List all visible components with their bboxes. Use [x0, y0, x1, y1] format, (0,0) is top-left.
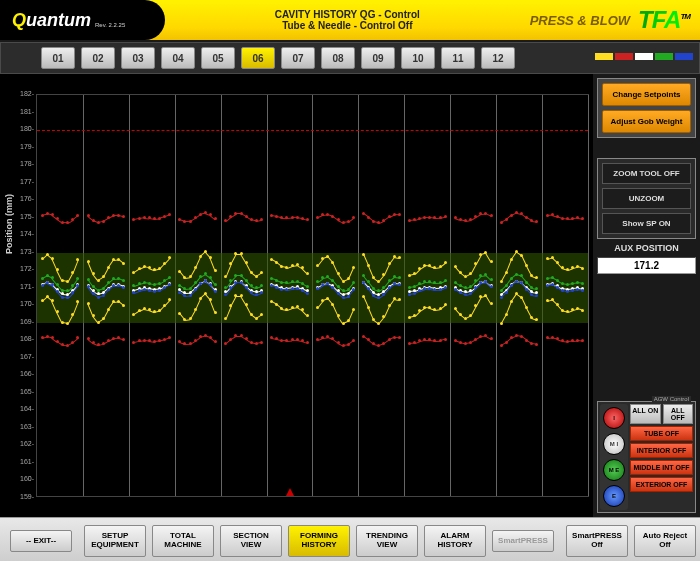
aux-position-value: 171.2 — [597, 257, 696, 274]
data-segment — [532, 221, 537, 223]
legend-swatch — [595, 53, 613, 60]
y-tick: 173- — [8, 248, 34, 255]
trending-view-button[interactable]: TRENDING VIEW — [356, 525, 418, 557]
plot-canvas[interactable] — [36, 94, 589, 497]
y-tick: 162- — [8, 440, 34, 447]
bottom-nav-bar: -- EXIT-- SETUP EQUIPMENT TOTAL MACHINE … — [0, 517, 700, 561]
smartpress-button[interactable]: SmartPRESS — [492, 530, 554, 553]
header-mode: PRESS & BLOW — [530, 13, 630, 28]
y-tick: 176- — [8, 195, 34, 202]
setpoint-line — [37, 130, 588, 131]
unzoom-button[interactable]: UNZOOM — [602, 188, 691, 209]
auto-reject-off-button[interactable]: Auto Reject Off — [634, 525, 696, 557]
y-tick: 179- — [8, 143, 34, 150]
cavity-tab-07[interactable]: 07 — [281, 47, 315, 69]
cavity-tab-12[interactable]: 12 — [481, 47, 515, 69]
agw-control-panel: AGW Control I M I M E E ALL ON ALL OFF T… — [597, 401, 696, 513]
total-machine-button[interactable]: TOTAL MACHINE — [152, 525, 214, 557]
exit-button[interactable]: -- EXIT-- — [10, 530, 72, 553]
header-title-line2: Tube & Needle - Control Off — [165, 20, 530, 31]
cavity-tab-02[interactable]: 02 — [81, 47, 115, 69]
agw-all-off-button[interactable]: ALL OFF — [663, 404, 694, 424]
y-tick: 161- — [8, 458, 34, 465]
led-me[interactable]: M E — [603, 459, 625, 481]
led-e[interactable]: E — [603, 485, 625, 507]
data-segment — [568, 218, 573, 220]
y-tick: 175- — [8, 213, 34, 220]
legend-swatch — [635, 53, 653, 60]
y-tick: 170- — [8, 300, 34, 307]
agw-label: AGW Control — [652, 396, 691, 402]
brand-tfa: TFATM — [638, 6, 690, 34]
logo-text: Quantum — [12, 10, 91, 31]
y-tick: 181- — [8, 108, 34, 115]
side-panel: Change Setpoints Adjust Gob Weight ZOOM … — [593, 74, 700, 517]
legend-swatches — [595, 53, 693, 60]
show-sp-button[interactable]: Show SP ON — [602, 213, 691, 234]
y-axis: 159-160-161-162-163-164-165-166-167-168-… — [0, 94, 36, 497]
aux-position-label: AUX POSITION — [597, 243, 696, 253]
legend-swatch — [675, 53, 693, 60]
cavity-tab-05[interactable]: 05 — [201, 47, 235, 69]
cavity-tab-08[interactable]: 08 — [321, 47, 355, 69]
cavity-tab-06[interactable]: 06 — [241, 47, 275, 69]
section-view-button[interactable]: SECTION VIEW — [220, 525, 282, 557]
agw-exterior-off-button[interactable]: EXTERIOR OFF — [630, 477, 693, 492]
setup-equipment-button[interactable]: SETUP EQUIPMENT — [84, 525, 146, 557]
y-tick: 164- — [8, 405, 34, 412]
legend-swatch — [655, 53, 673, 60]
change-setpoints-button[interactable]: Change Setpoints — [602, 83, 691, 106]
y-tick: 167- — [8, 353, 34, 360]
y-tick: 178- — [8, 160, 34, 167]
setpoint-box: Change Setpoints Adjust Gob Weight — [597, 78, 696, 138]
forming-history-button[interactable]: FORMING HISTORY — [288, 525, 350, 557]
cavity-tab-01[interactable]: 01 — [41, 47, 75, 69]
cavity-tab-10[interactable]: 10 — [401, 47, 435, 69]
y-tick: 174- — [8, 230, 34, 237]
y-tick: 172- — [8, 265, 34, 272]
led-i[interactable]: I — [603, 407, 625, 429]
plot-area: Position (mm) 159-160-161-162-163-164-16… — [0, 74, 593, 517]
y-tick: 180- — [8, 125, 34, 132]
data-segment — [562, 341, 567, 343]
data-segment — [578, 218, 583, 220]
cavity-tab-09[interactable]: 09 — [361, 47, 395, 69]
y-tick: 159- — [8, 493, 34, 500]
y-tick: 166- — [8, 370, 34, 377]
logo: Quantum Rev. 2.2.25 — [0, 0, 165, 40]
header-title-line1: CAVITY HISTORY QG - Control — [165, 9, 530, 20]
led-mi[interactable]: M I — [603, 433, 625, 455]
current-cavity-marker — [286, 488, 294, 496]
y-tick: 171- — [8, 283, 34, 290]
logo-version: Rev. 2.2.25 — [95, 22, 125, 28]
agw-led-column: I M I M E E — [600, 404, 628, 510]
agw-tube-off-button[interactable]: TUBE OFF — [630, 426, 693, 441]
y-tick: 160- — [8, 475, 34, 482]
adjust-gob-weight-button[interactable]: Adjust Gob Weight — [602, 110, 691, 133]
header-bar: Quantum Rev. 2.2.25 CAVITY HISTORY QG - … — [0, 0, 700, 42]
y-tick: 177- — [8, 178, 34, 185]
alarm-history-button[interactable]: ALARM HISTORY — [424, 525, 486, 557]
data-segment — [62, 294, 67, 295]
agw-all-on-button[interactable]: ALL ON — [630, 404, 661, 424]
cavity-tab-04[interactable]: 04 — [161, 47, 195, 69]
legend-swatch — [615, 53, 633, 60]
cavity-tab-03[interactable]: 03 — [121, 47, 155, 69]
y-tick: 163- — [8, 423, 34, 430]
data-segment — [62, 345, 67, 346]
y-tick: 168- — [8, 335, 34, 342]
zoom-box: ZOOM TOOL OFF UNZOOM Show SP ON — [597, 158, 696, 239]
cavity-tab-11[interactable]: 11 — [441, 47, 475, 69]
zoom-tool-button[interactable]: ZOOM TOOL OFF — [602, 163, 691, 184]
agw-interior-off-button[interactable]: INTERIOR OFF — [630, 443, 693, 458]
smartpress-off-button[interactable]: SmartPRESS Off — [566, 525, 628, 557]
y-tick: 165- — [8, 388, 34, 395]
header-title: CAVITY HISTORY QG - Control Tube & Needl… — [165, 9, 530, 31]
cavity-tab-bar: 010203040506070809101112 — [0, 42, 700, 74]
y-tick: 182- — [8, 90, 34, 97]
agw-middleint-off-button[interactable]: MIDDLE INT OFF — [630, 460, 693, 475]
y-tick: 169- — [8, 318, 34, 325]
